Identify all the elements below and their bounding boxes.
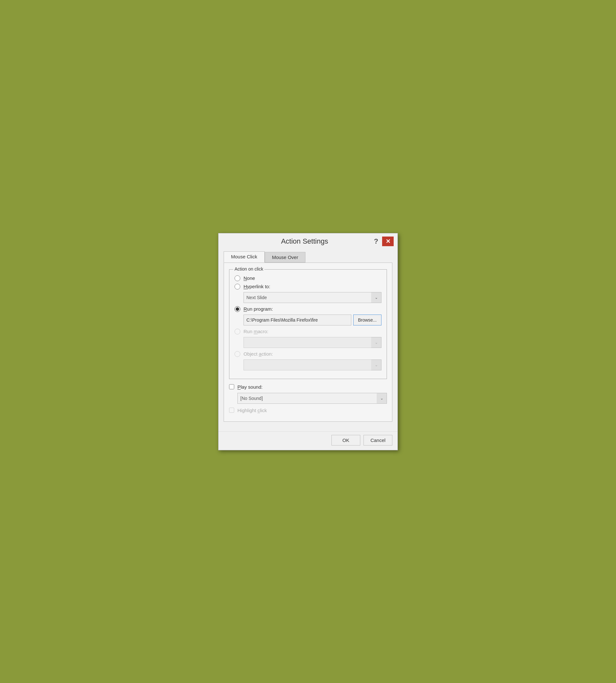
- play-sound-checkbox[interactable]: [229, 384, 234, 389]
- radio-object-action-label: Object action:: [243, 351, 273, 357]
- radio-run-macro-label: Run macro:: [243, 329, 268, 334]
- radio-row-object-action: Object action:: [235, 351, 381, 357]
- highlight-click-checkbox[interactable]: [229, 408, 234, 413]
- run-macro-select-wrapper: ⌄: [243, 337, 381, 348]
- radio-hyperlink[interactable]: [235, 284, 240, 290]
- sound-select-wrapper: [No Sound] Applause Camera Cash Register…: [237, 393, 387, 404]
- radio-row-hyperlink: Hyperlink to:: [235, 284, 381, 290]
- hyperlink-select[interactable]: Next Slide Previous Slide First Slide La…: [243, 292, 381, 303]
- titlebar-controls: ? ✕: [373, 237, 394, 246]
- run-macro-select-row: ⌄: [243, 337, 381, 348]
- group-legend: Action on click: [233, 266, 264, 272]
- tabs: Mouse Click Mouse Over: [224, 251, 392, 262]
- radio-none[interactable]: [235, 275, 240, 281]
- action-settings-dialog: Action Settings ? ✕ Mouse Click Mouse Ov…: [218, 233, 398, 450]
- tab-mouse-over[interactable]: Mouse Over: [265, 252, 306, 262]
- run-program-input-row: C:\Program Files\Mozilla Firefox\fire Br…: [243, 315, 381, 325]
- radio-none-label[interactable]: None: [243, 275, 255, 281]
- radio-run-program[interactable]: [235, 306, 240, 312]
- highlight-click-label: Highlight click: [237, 408, 267, 413]
- radio-run-program-label[interactable]: Run program:: [243, 306, 273, 312]
- object-action-select[interactable]: [243, 360, 381, 370]
- dialog-footer: OK Cancel: [219, 431, 397, 450]
- tab-mouse-click[interactable]: Mouse Click: [224, 251, 265, 262]
- tab-mouse-over-label: Mouse Over: [272, 255, 299, 260]
- play-sound-checkbox-row: Play sound:: [229, 384, 387, 390]
- highlight-click-row: Highlight click: [229, 408, 387, 413]
- play-sound-label[interactable]: Play sound:: [237, 384, 262, 390]
- radio-row-run-program: Run program:: [235, 306, 381, 312]
- hyperlink-select-row: Next Slide Previous Slide First Slide La…: [243, 292, 381, 303]
- hyperlink-select-wrapper: Next Slide Previous Slide First Slide La…: [243, 292, 381, 303]
- help-button[interactable]: ?: [373, 237, 379, 246]
- object-action-select-wrapper: ⌄: [243, 360, 381, 370]
- run-program-input[interactable]: C:\Program Files\Mozilla Firefox\fire: [243, 315, 351, 325]
- object-action-select-row: ⌄: [243, 360, 381, 370]
- radio-row-run-macro: Run macro:: [235, 329, 381, 335]
- sound-select-row: [No Sound] Applause Camera Cash Register…: [237, 393, 387, 404]
- radio-hyperlink-label[interactable]: Hyperlink to:: [243, 284, 270, 289]
- radio-object-action[interactable]: [235, 351, 240, 357]
- action-on-click-group: Action on click None Hyperlink to:: [229, 269, 387, 379]
- ok-button[interactable]: OK: [331, 435, 360, 446]
- cancel-button[interactable]: Cancel: [364, 435, 392, 446]
- radio-run-macro[interactable]: [235, 329, 240, 335]
- dialog-title: Action Settings: [237, 237, 373, 246]
- run-macro-select[interactable]: [243, 337, 381, 348]
- tab-content-mouse-click: Action on click None Hyperlink to:: [224, 262, 392, 422]
- sound-select[interactable]: [No Sound] Applause Camera Cash Register…: [237, 393, 387, 404]
- radio-row-none: None: [235, 275, 381, 281]
- dialog-content: Mouse Click Mouse Over Action on click N…: [219, 249, 397, 431]
- titlebar: Action Settings ? ✕: [219, 233, 397, 249]
- browse-button[interactable]: Browse...: [353, 315, 381, 325]
- dialog-backdrop: Action Settings ? ✕ Mouse Click Mouse Ov…: [0, 0, 616, 683]
- close-button[interactable]: ✕: [382, 237, 394, 246]
- tab-mouse-click-label: Mouse Click: [231, 254, 257, 259]
